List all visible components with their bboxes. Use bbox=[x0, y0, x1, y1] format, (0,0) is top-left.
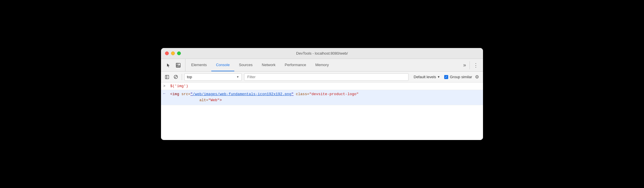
sidebar-toggle-button[interactable] bbox=[163, 73, 171, 81]
svg-rect-1 bbox=[176, 63, 178, 65]
tab-elements[interactable]: Elements bbox=[187, 59, 211, 71]
console-toolbar: top ▼ Default levels ▼ ✓ Group similar ⚙ bbox=[161, 72, 483, 83]
tab-bar-end: » ⋮ bbox=[461, 59, 483, 71]
console-input-content: $('img') bbox=[170, 84, 481, 88]
result-tag-open: <img bbox=[170, 92, 179, 96]
context-dropdown-arrow: ▼ bbox=[236, 75, 239, 78]
tab-memory[interactable]: Memory bbox=[311, 59, 334, 71]
console-entry-input: > $('img') bbox=[161, 83, 483, 90]
cursor-icon bbox=[166, 63, 171, 68]
context-value: top bbox=[187, 75, 192, 79]
tab-performance[interactable]: Performance bbox=[280, 59, 310, 71]
svg-marker-5 bbox=[167, 76, 168, 78]
inspector-icon-btn[interactable] bbox=[174, 61, 182, 69]
result-tag-close: > bbox=[220, 98, 222, 102]
block-icon bbox=[174, 75, 178, 79]
cursor-icon-btn[interactable] bbox=[164, 61, 172, 69]
console-input-text: $('img') bbox=[170, 84, 188, 88]
console-result-content: <img src="/web/images/web-fundamentals-i… bbox=[170, 91, 481, 103]
result-arrow-icon: ← bbox=[163, 91, 168, 96]
sidebar-icon bbox=[165, 75, 169, 79]
more-tabs-button[interactable]: » bbox=[461, 61, 468, 69]
tab-bar-icons bbox=[163, 59, 185, 71]
clear-console-button[interactable] bbox=[172, 73, 179, 81]
result-attr-alt-value: "Web" bbox=[208, 98, 220, 102]
tab-bar: Elements Console Sources Network Perform… bbox=[161, 59, 483, 72]
console-entry-result: ← <img src="/web/images/web-fundamentals… bbox=[161, 90, 483, 105]
levels-dropdown[interactable]: Default levels ▼ bbox=[411, 73, 443, 81]
filter-input[interactable] bbox=[244, 73, 409, 81]
levels-label: Default levels bbox=[414, 75, 436, 79]
devtools-menu-button[interactable]: ⋮ bbox=[471, 61, 480, 70]
result-attr-class-name: class= bbox=[296, 92, 309, 96]
tab-console[interactable]: Console bbox=[211, 59, 234, 71]
tab-network[interactable]: Network bbox=[257, 59, 280, 71]
group-similar-toggle[interactable]: ✓ Group similar bbox=[444, 75, 472, 79]
result-attr-class-value: "devsite-product-logo" bbox=[309, 92, 359, 96]
devtools-window: DevTools - localhost:8080/web/ Elements … bbox=[161, 48, 483, 140]
window-title: DevTools - localhost:8080/web/ bbox=[296, 51, 348, 55]
gear-icon: ⚙ bbox=[475, 74, 479, 80]
tab-bar-separator bbox=[469, 61, 470, 69]
context-selector[interactable]: top ▼ bbox=[184, 73, 242, 81]
group-similar-checkbox[interactable]: ✓ bbox=[444, 75, 448, 79]
maximize-button[interactable] bbox=[177, 51, 181, 55]
svg-line-7 bbox=[175, 76, 177, 78]
result-attr-src-value[interactable]: "/web/images/web-fundamentals-icon192x19… bbox=[190, 92, 294, 96]
settings-button[interactable]: ⚙ bbox=[473, 73, 481, 81]
svg-rect-2 bbox=[176, 66, 180, 67]
close-button[interactable] bbox=[165, 51, 169, 55]
traffic-lights bbox=[165, 51, 181, 55]
tab-sources[interactable]: Sources bbox=[234, 59, 257, 71]
result-attr-src-name: src= bbox=[181, 92, 190, 96]
title-bar: DevTools - localhost:8080/web/ bbox=[161, 48, 483, 59]
levels-arrow-icon: ▼ bbox=[437, 75, 440, 78]
result-attr-alt-name: alt= bbox=[199, 98, 208, 102]
input-arrow-icon: > bbox=[163, 84, 168, 88]
minimize-button[interactable] bbox=[171, 51, 175, 55]
console-content: > $('img') ← <img src="/web/images/web-f… bbox=[161, 83, 483, 140]
group-similar-label: Group similar bbox=[450, 75, 472, 79]
inspector-icon bbox=[176, 63, 181, 68]
toolbar-separator-1 bbox=[182, 74, 182, 80]
checkmark-icon: ✓ bbox=[445, 75, 447, 78]
